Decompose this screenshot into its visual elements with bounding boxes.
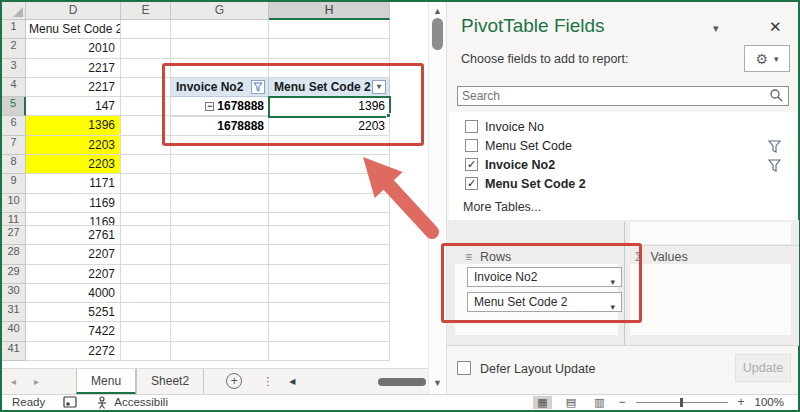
row-number-cell[interactable]: 30 (2, 284, 26, 303)
cell-D4[interactable]: 2217 (26, 78, 121, 97)
cell-D10[interactable]: 1169 (26, 194, 121, 213)
cell-D27[interactable]: 2761 (26, 226, 121, 245)
row-number-cell[interactable]: 29 (2, 265, 26, 284)
search-input[interactable] (458, 89, 768, 103)
cell-H1[interactable] (269, 20, 390, 39)
vertical-scrollbar[interactable]: ▲ ▼ (428, 2, 446, 394)
sheet-nav-left-icon[interactable]: ◂ (2, 369, 25, 394)
row-number-cell[interactable]: 40 (2, 322, 26, 341)
cell-H10[interactable] (269, 194, 390, 213)
cell-D5[interactable]: 147 (26, 97, 121, 116)
row-number-cell[interactable]: 6 (2, 116, 26, 135)
cell-G8[interactable] (171, 155, 269, 174)
column-header-D[interactable]: D (26, 2, 121, 20)
pivot-header-1[interactable]: Invoice No2 (171, 78, 269, 97)
page-break-view-button[interactable]: ▥ (590, 396, 608, 409)
accessibility-status[interactable]: Accessibili (96, 396, 168, 409)
cell-E8[interactable] (121, 155, 171, 174)
new-sheet-button[interactable]: + (226, 373, 242, 389)
cell-H27[interactable] (269, 226, 390, 245)
cell-E41[interactable] (121, 342, 171, 361)
cell-D31[interactable]: 5251 (26, 303, 121, 322)
field-item-menu-set-code-2[interactable]: ✓Menu Set Code 2 (449, 174, 795, 193)
cell-E2[interactable] (121, 39, 171, 58)
cell-H28[interactable] (269, 245, 390, 264)
cell-E27[interactable] (121, 226, 171, 245)
cell-H40[interactable] (269, 322, 390, 341)
cell-H31[interactable] (269, 303, 390, 322)
cell-D41[interactable]: 2272 (26, 342, 121, 361)
sheet-nav-right-icon[interactable]: ▸ (25, 369, 48, 394)
cell-E6[interactable] (121, 116, 171, 135)
row-number-cell[interactable]: 28 (2, 245, 26, 264)
cell-G3[interactable] (171, 59, 269, 78)
cell-G9[interactable] (171, 174, 269, 193)
cell-H9[interactable] (269, 174, 390, 193)
pivot-header-2[interactable]: Menu Set Code 2▾ (269, 78, 390, 97)
cell-E7[interactable] (121, 136, 171, 155)
row-number-cell[interactable]: 9 (2, 174, 26, 193)
tools-button[interactable]: ⚙ ▾ (744, 45, 790, 72)
rows-area-pill-2[interactable]: Menu Set Code 2▾ (467, 292, 622, 312)
defer-layout-checkbox[interactable] (457, 361, 471, 375)
collapse-minus-icon[interactable]: − (205, 102, 214, 111)
cell-D28[interactable]: 2207 (26, 245, 121, 264)
cell-D40[interactable]: 7422 (26, 322, 121, 341)
field-checkbox[interactable]: ✓ (465, 177, 478, 190)
normal-view-button[interactable]: ▦ (533, 396, 551, 409)
cell-G1[interactable] (171, 20, 269, 39)
scroll-up-icon[interactable]: ▲ (433, 6, 442, 16)
cell-H2[interactable] (269, 39, 390, 58)
rows-area-pill-1[interactable]: Invoice No2▾ (467, 267, 622, 287)
cell-E10[interactable] (121, 194, 171, 213)
cell-G10[interactable] (171, 194, 269, 213)
zoom-out-button[interactable]: − (619, 395, 626, 409)
cell-E29[interactable] (121, 265, 171, 284)
cell-G41[interactable] (171, 342, 269, 361)
field-checkbox[interactable] (465, 139, 478, 152)
cell-D6[interactable]: 1396 (26, 116, 121, 135)
cell-D2[interactable]: 2010 (26, 39, 121, 58)
pivot-menu-cell[interactable]: 1396 (269, 97, 390, 116)
cell-D11[interactable]: 1169 (26, 213, 121, 226)
field-item-menu-set-code[interactable]: Menu Set Code (449, 136, 795, 155)
row-number-cell[interactable]: 3 (2, 59, 26, 78)
field-checkbox[interactable]: ✓ (465, 158, 478, 171)
cell-E30[interactable] (121, 284, 171, 303)
search-box[interactable] (457, 86, 789, 106)
row-number-cell[interactable]: 11 (2, 213, 26, 226)
values-area-box[interactable] (630, 264, 791, 335)
cell-E1[interactable] (121, 20, 171, 39)
fill-handle[interactable] (386, 113, 391, 118)
cell-D29[interactable]: 2207 (26, 265, 121, 284)
cell-H11[interactable] (269, 213, 390, 226)
row-number-cell[interactable]: 8 (2, 155, 26, 174)
cell-D1[interactable]: Menu Set Code 2 (26, 20, 121, 39)
zoom-slider-thumb[interactable] (680, 398, 683, 407)
row-number-cell[interactable]: 1 (2, 20, 26, 39)
hscroll-left-icon[interactable]: ◀ (283, 369, 301, 394)
filter-funnel-icon[interactable] (251, 80, 265, 94)
macro-record-icon[interactable] (63, 396, 78, 409)
row-number-cell[interactable]: 10 (2, 194, 26, 213)
update-button[interactable]: Update (735, 354, 791, 382)
column-header-E[interactable]: E (121, 2, 171, 20)
horizontal-scrollbar-thumb[interactable] (378, 378, 426, 386)
cell-E5[interactable] (121, 97, 171, 116)
field-checkbox[interactable] (465, 120, 478, 133)
sheet-tab-menu[interactable]: Menu (76, 369, 136, 394)
cell-H8[interactable] (269, 155, 390, 174)
zoom-slider[interactable] (636, 402, 728, 403)
cell-H41[interactable] (269, 342, 390, 361)
cell-E40[interactable] (121, 322, 171, 341)
cell-D3[interactable]: 2217 (26, 59, 121, 78)
row-number-cell[interactable]: 27 (2, 226, 26, 245)
zoom-level[interactable]: 100% (755, 396, 784, 408)
cell-D7[interactable]: 2203 (26, 136, 121, 155)
cell-H30[interactable] (269, 284, 390, 303)
row-number-cell[interactable]: 2 (2, 39, 26, 58)
cell-H29[interactable] (269, 265, 390, 284)
zoom-in-button[interactable]: + (738, 395, 745, 409)
column-header-G[interactable]: G (171, 2, 269, 20)
tabbar-dots-icon[interactable]: ⋮ (252, 369, 283, 394)
